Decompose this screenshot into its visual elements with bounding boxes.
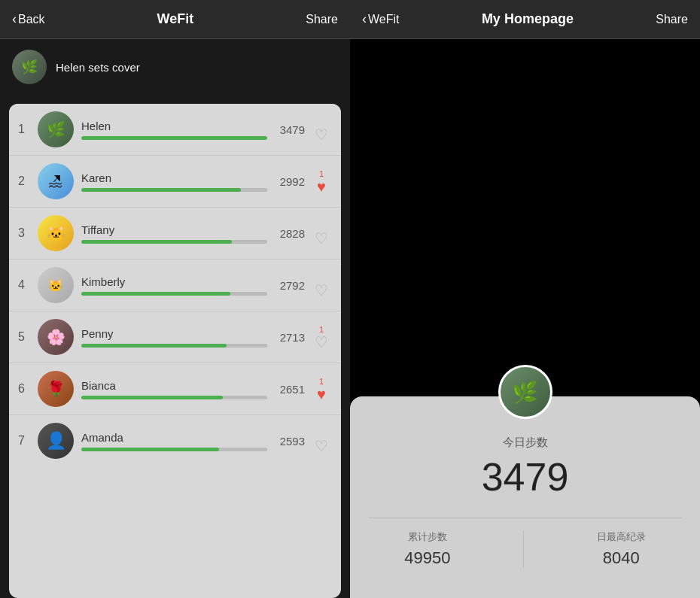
rank-number: 6 [18,382,35,396]
homepage-avatar: 🌿 [498,365,552,419]
right-share-button[interactable]: Share [656,13,688,26]
right-back-button[interactable]: ‹ WeFit [362,11,399,27]
record-stat: 日最高纪录 8040 [597,530,646,568]
back-button[interactable]: ‹ Back [12,11,45,27]
today-steps-label: 今日步数 [503,436,548,450]
table-row: 2 🏖 Karen 2992 1 ♥ [9,156,341,208]
heart-icon[interactable]: ♡ [315,283,328,298]
heart-icon[interactable]: ♡ [315,127,328,142]
table-row: 7 👤 Amanda 2593 ♡ [9,415,341,466]
right-nav-bar: ‹ WeFit My Homepage Share [350,0,700,39]
heart-count: 1 [319,168,324,179]
progress-bar-fill [81,136,267,140]
cover-avatar: 🌿 [12,50,47,84]
progress-bar-fill [81,188,241,192]
rank-number: 3 [18,226,35,240]
stat-divider [523,530,524,568]
heart-icon[interactable]: ♥ [317,387,326,402]
item-info: Kimberly [81,275,267,296]
right-back-label: WeFit [368,13,399,26]
heart-container[interactable]: ♡ [311,220,332,246]
back-label: Back [18,13,45,26]
item-name: Penny [81,327,267,340]
table-row: 1 🌿 Helen 3479 ♡ [9,104,341,156]
progress-bar-fill [81,448,219,451]
homepage-content: 🌿 今日步数 3479 累计步数 49950 日最高纪录 8040 [350,39,700,598]
item-info: Bianca [81,379,267,399]
item-steps: 2792 [273,279,305,292]
cover-text: Helen sets cover [56,61,140,74]
heart-count: 1 [319,324,324,335]
progress-bar-fill [81,396,223,399]
table-row: 5 🌸 Penny 2713 1 ♡ [9,311,341,363]
progress-bar-bg [81,344,267,348]
item-name: Helen [81,120,267,132]
avatar: 🐱 [38,215,74,251]
record-label: 日最高纪录 [597,530,646,544]
item-steps: 2992 [273,175,305,188]
heart-icon[interactable]: ♡ [315,439,328,454]
heart-icon[interactable]: ♡ [315,335,328,350]
heart-container[interactable]: 1 ♡ [311,324,332,350]
heart-container[interactable]: 1 ♥ [311,376,332,402]
item-info: Penny [81,327,267,348]
item-steps: 2593 [273,435,305,448]
heart-icon[interactable]: ♥ [317,179,326,194]
rank-number: 5 [18,330,35,344]
avatar: 🐱 [38,267,74,303]
homepage-card: 今日步数 3479 累计步数 49950 日最高纪录 8040 [350,396,700,598]
progress-bar-fill [81,292,230,296]
item-name: Bianca [81,379,267,392]
cumulative-label: 累计步数 [408,530,447,544]
table-row: 3 🐱 Tiffany 2828 ♡ [9,208,341,260]
item-name: Kimberly [81,275,267,288]
progress-bar-bg [81,448,267,451]
avatar: 🌸 [38,319,74,355]
item-info: Tiffany [81,223,267,244]
heart-container[interactable]: ♡ [311,117,332,142]
item-steps: 2828 [273,227,305,240]
item-steps: 2713 [273,331,305,344]
progress-bar-bg [81,136,267,140]
right-nav-title: My Homepage [482,11,574,27]
left-panel: ‹ Back WeFit Share 🌿 Helen sets cover 1 … [0,0,350,598]
heart-container[interactable]: ♡ [311,272,332,298]
avatar: 🌹 [38,371,74,407]
rank-number: 2 [18,175,35,188]
heart-count: 1 [319,376,324,387]
cover-section: 🌿 Helen sets cover [0,39,350,95]
progress-bar-bg [81,240,267,244]
item-name: Amanda [81,431,267,444]
progress-bar-bg [81,396,267,399]
progress-bar-bg [81,292,267,296]
item-steps: 3479 [273,123,305,136]
table-row: 4 🐱 Kimberly 2792 ♡ [9,260,341,311]
avatar: 🌿 [38,111,74,147]
heart-icon[interactable]: ♡ [315,231,328,246]
cumulative-value: 49950 [404,548,450,568]
avatar: 🏖 [38,163,74,199]
right-panel: ‹ WeFit My Homepage Share 🌿 今日步数 3479 累计… [350,0,700,598]
heart-container[interactable]: 1 ♥ [311,168,332,194]
item-name: Tiffany [81,223,267,236]
item-name: Karen [81,172,267,184]
item-info: Karen [81,172,267,192]
rank-number: 7 [18,434,35,448]
left-share-button[interactable]: Share [306,13,338,26]
rank-number: 4 [18,278,35,292]
table-row: 6 🌹 Bianca 2651 1 ♥ [9,363,341,415]
today-steps-value: 3479 [482,454,569,499]
avatar: 👤 [38,423,74,459]
item-info: Amanda [81,431,267,451]
progress-bar-fill [81,344,227,348]
record-value: 8040 [603,548,640,568]
back-chevron-icon: ‹ [12,11,17,27]
progress-bar-fill [81,240,232,244]
leaderboard-container: 1 🌿 Helen 3479 ♡ 2 🏖 Karen [9,104,341,598]
rank-number: 1 [18,123,35,136]
cumulative-stat: 累计步数 49950 [404,530,450,568]
heart-container[interactable]: ♡ [311,428,332,454]
item-steps: 2651 [273,383,305,396]
left-nav-title: WeFit [157,11,194,27]
stats-row: 累计步数 49950 日最高纪录 8040 [368,518,682,568]
